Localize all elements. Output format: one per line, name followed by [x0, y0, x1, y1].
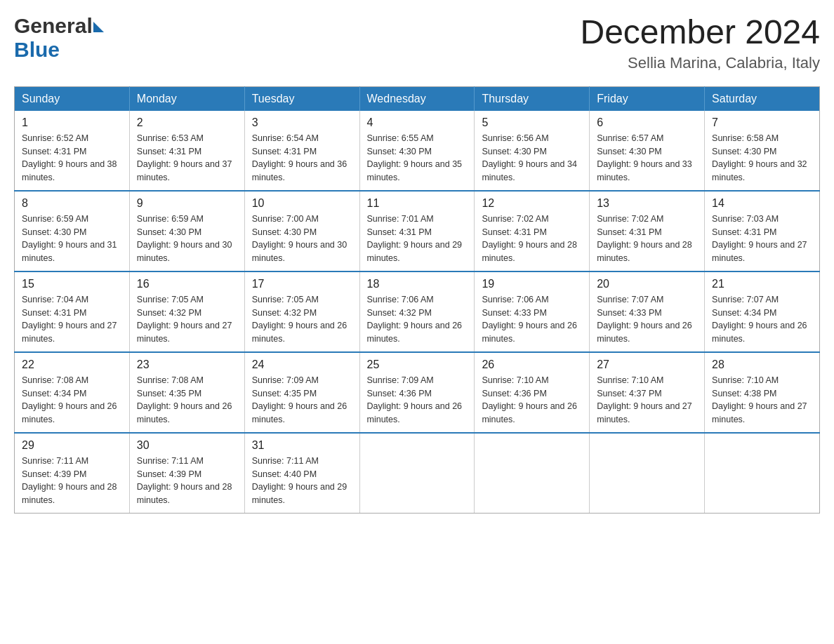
calendar-day-cell: 2 Sunrise: 6:53 AM Sunset: 4:31 PM Dayli… — [129, 111, 244, 191]
day-of-week-header: Wednesday — [359, 86, 475, 111]
day-of-week-header: Monday — [129, 86, 244, 111]
calendar-day-cell — [359, 433, 475, 514]
calendar-week-row: 8 Sunrise: 6:59 AM Sunset: 4:30 PM Dayli… — [15, 191, 820, 271]
calendar-day-cell: 19 Sunrise: 7:06 AM Sunset: 4:33 PM Dayl… — [475, 271, 590, 352]
calendar-day-cell: 5 Sunrise: 6:56 AM Sunset: 4:30 PM Dayli… — [475, 111, 590, 191]
calendar-week-row: 1 Sunrise: 6:52 AM Sunset: 4:31 PM Dayli… — [15, 111, 820, 191]
calendar-day-cell: 16 Sunrise: 7:05 AM Sunset: 4:32 PM Dayl… — [129, 271, 244, 352]
day-number: 30 — [137, 439, 237, 452]
day-info: Sunrise: 7:09 AM Sunset: 4:36 PM Dayligh… — [367, 374, 468, 427]
calendar-day-cell: 24 Sunrise: 7:09 AM Sunset: 4:35 PM Dayl… — [244, 352, 359, 433]
calendar-day-cell: 10 Sunrise: 7:00 AM Sunset: 4:30 PM Dayl… — [244, 191, 359, 271]
calendar-day-cell: 15 Sunrise: 7:04 AM Sunset: 4:31 PM Dayl… — [15, 271, 130, 352]
calendar-day-cell: 23 Sunrise: 7:08 AM Sunset: 4:35 PM Dayl… — [129, 352, 244, 433]
calendar-day-cell — [590, 433, 705, 514]
calendar-day-cell: 18 Sunrise: 7:06 AM Sunset: 4:32 PM Dayl… — [359, 271, 475, 352]
logo-blue-text: Blue — [14, 38, 60, 62]
day-number: 14 — [712, 197, 812, 210]
day-number: 2 — [137, 116, 237, 129]
calendar-day-cell: 7 Sunrise: 6:58 AM Sunset: 4:30 PM Dayli… — [705, 111, 820, 191]
day-number: 17 — [252, 278, 352, 290]
day-number: 4 — [367, 116, 468, 129]
calendar-day-cell: 6 Sunrise: 6:57 AM Sunset: 4:30 PM Dayli… — [590, 111, 705, 191]
calendar-day-cell: 25 Sunrise: 7:09 AM Sunset: 4:36 PM Dayl… — [359, 352, 475, 433]
day-info: Sunrise: 7:11 AM Sunset: 4:39 PM Dayligh… — [137, 455, 237, 507]
day-info: Sunrise: 7:09 AM Sunset: 4:35 PM Dayligh… — [252, 374, 352, 427]
day-number: 3 — [252, 116, 352, 129]
logo-general-text: General — [14, 14, 93, 38]
calendar-day-cell: 17 Sunrise: 7:05 AM Sunset: 4:32 PM Dayl… — [244, 271, 359, 352]
day-number: 5 — [482, 116, 582, 129]
calendar-week-row: 29 Sunrise: 7:11 AM Sunset: 4:39 PM Dayl… — [15, 433, 820, 514]
day-info: Sunrise: 7:05 AM Sunset: 4:32 PM Dayligh… — [252, 293, 352, 346]
day-info: Sunrise: 6:53 AM Sunset: 4:31 PM Dayligh… — [137, 132, 237, 185]
calendar-week-row: 15 Sunrise: 7:04 AM Sunset: 4:31 PM Dayl… — [15, 271, 820, 352]
day-number: 20 — [597, 278, 697, 290]
day-info: Sunrise: 6:56 AM Sunset: 4:30 PM Dayligh… — [482, 132, 582, 185]
day-number: 11 — [367, 197, 468, 210]
day-info: Sunrise: 7:07 AM Sunset: 4:33 PM Dayligh… — [597, 293, 697, 346]
day-info: Sunrise: 6:54 AM Sunset: 4:31 PM Dayligh… — [252, 132, 352, 185]
day-info: Sunrise: 7:07 AM Sunset: 4:34 PM Dayligh… — [712, 293, 812, 346]
calendar-day-cell: 30 Sunrise: 7:11 AM Sunset: 4:39 PM Dayl… — [129, 433, 244, 514]
day-of-week-header: Sunday — [15, 86, 130, 111]
day-number: 8 — [22, 197, 122, 210]
day-number: 7 — [712, 116, 812, 129]
day-number: 10 — [252, 197, 352, 210]
day-info: Sunrise: 7:00 AM Sunset: 4:30 PM Dayligh… — [252, 213, 352, 265]
day-of-week-header: Thursday — [475, 86, 590, 111]
calendar-day-cell: 28 Sunrise: 7:10 AM Sunset: 4:38 PM Dayl… — [705, 352, 820, 433]
day-of-week-header: Friday — [590, 86, 705, 111]
day-number: 25 — [367, 358, 468, 371]
day-info: Sunrise: 7:11 AM Sunset: 4:39 PM Dayligh… — [22, 455, 122, 507]
calendar-day-cell: 4 Sunrise: 6:55 AM Sunset: 4:30 PM Dayli… — [359, 111, 475, 191]
month-title: December 2024 — [580, 14, 820, 51]
day-info: Sunrise: 7:06 AM Sunset: 4:33 PM Dayligh… — [482, 293, 582, 346]
day-info: Sunrise: 7:10 AM Sunset: 4:37 PM Dayligh… — [597, 374, 697, 427]
calendar-header-row: SundayMondayTuesdayWednesdayThursdayFrid… — [15, 86, 820, 111]
day-info: Sunrise: 7:11 AM Sunset: 4:40 PM Dayligh… — [252, 455, 352, 507]
day-number: 21 — [712, 278, 812, 290]
calendar-day-cell: 8 Sunrise: 6:59 AM Sunset: 4:30 PM Dayli… — [15, 191, 130, 271]
calendar-day-cell: 11 Sunrise: 7:01 AM Sunset: 4:31 PM Dayl… — [359, 191, 475, 271]
day-number: 13 — [597, 197, 697, 210]
day-info: Sunrise: 6:59 AM Sunset: 4:30 PM Dayligh… — [137, 213, 237, 265]
day-info: Sunrise: 7:10 AM Sunset: 4:36 PM Dayligh… — [482, 374, 582, 427]
day-number: 6 — [597, 116, 697, 129]
calendar-day-cell: 27 Sunrise: 7:10 AM Sunset: 4:37 PM Dayl… — [590, 352, 705, 433]
day-info: Sunrise: 7:06 AM Sunset: 4:32 PM Dayligh… — [367, 293, 468, 346]
day-number: 28 — [712, 358, 812, 371]
calendar-day-cell — [705, 433, 820, 514]
calendar-day-cell: 1 Sunrise: 6:52 AM Sunset: 4:31 PM Dayli… — [15, 111, 130, 191]
day-of-week-header: Tuesday — [244, 86, 359, 111]
page-header: General Blue December 2024 Sellia Marina… — [14, 14, 820, 72]
day-number: 29 — [22, 439, 122, 452]
day-number: 23 — [137, 358, 237, 371]
title-section: December 2024 Sellia Marina, Calabria, I… — [580, 14, 820, 72]
day-info: Sunrise: 7:03 AM Sunset: 4:31 PM Dayligh… — [712, 213, 812, 265]
day-info: Sunrise: 6:59 AM Sunset: 4:30 PM Dayligh… — [22, 213, 122, 265]
day-number: 31 — [252, 439, 352, 452]
day-number: 16 — [137, 278, 237, 290]
calendar-day-cell: 9 Sunrise: 6:59 AM Sunset: 4:30 PM Dayli… — [129, 191, 244, 271]
day-info: Sunrise: 7:05 AM Sunset: 4:32 PM Dayligh… — [137, 293, 237, 346]
calendar-day-cell: 12 Sunrise: 7:02 AM Sunset: 4:31 PM Dayl… — [475, 191, 590, 271]
day-number: 27 — [597, 358, 697, 371]
day-info: Sunrise: 6:58 AM Sunset: 4:30 PM Dayligh… — [712, 132, 812, 185]
day-info: Sunrise: 6:55 AM Sunset: 4:30 PM Dayligh… — [367, 132, 468, 185]
day-info: Sunrise: 6:52 AM Sunset: 4:31 PM Dayligh… — [22, 132, 122, 185]
calendar-table: SundayMondayTuesdayWednesdayThursdayFrid… — [14, 86, 820, 514]
location-title: Sellia Marina, Calabria, Italy — [580, 54, 820, 72]
calendar-day-cell: 31 Sunrise: 7:11 AM Sunset: 4:40 PM Dayl… — [244, 433, 359, 514]
calendar-day-cell: 26 Sunrise: 7:10 AM Sunset: 4:36 PM Dayl… — [475, 352, 590, 433]
day-info: Sunrise: 7:08 AM Sunset: 4:34 PM Dayligh… — [22, 374, 122, 427]
day-number: 18 — [367, 278, 468, 290]
day-of-week-header: Saturday — [705, 86, 820, 111]
logo-arrow-icon — [93, 22, 104, 32]
day-number: 26 — [482, 358, 582, 371]
calendar-day-cell: 20 Sunrise: 7:07 AM Sunset: 4:33 PM Dayl… — [590, 271, 705, 352]
day-number: 22 — [22, 358, 122, 371]
day-info: Sunrise: 7:01 AM Sunset: 4:31 PM Dayligh… — [367, 213, 468, 265]
calendar-day-cell: 29 Sunrise: 7:11 AM Sunset: 4:39 PM Dayl… — [15, 433, 130, 514]
calendar-day-cell: 3 Sunrise: 6:54 AM Sunset: 4:31 PM Dayli… — [244, 111, 359, 191]
